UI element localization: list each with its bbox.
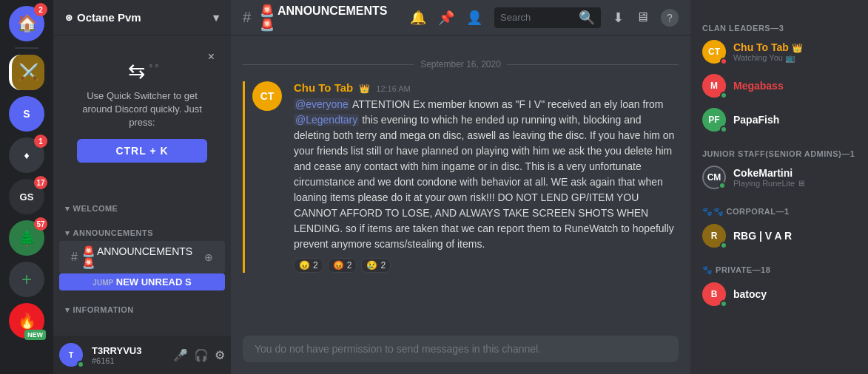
member-item-batocy[interactable]: B batocy bbox=[696, 278, 862, 310]
member-name-megabass: Megabass bbox=[733, 80, 856, 92]
microphone-icon[interactable]: 🎤 bbox=[173, 348, 188, 362]
search-input[interactable] bbox=[500, 12, 574, 23]
message-time: 12:16 AM bbox=[376, 84, 410, 93]
close-icon[interactable]: × bbox=[208, 50, 215, 64]
help-icon[interactable]: ? bbox=[661, 9, 679, 27]
chat-channel-name: 🚨 ANNOUNCEMENTS 🚨 bbox=[260, 4, 401, 32]
server-icon-octane-pvm[interactable]: ⚔️ bbox=[9, 55, 44, 90]
channel-list: ▾ WELCOME ▾ ANNOUNCEMENTS # 🚨 ANNOUNCEME… bbox=[53, 186, 231, 336]
bell-icon[interactable]: 🔔 bbox=[410, 10, 426, 26]
server-icon-2[interactable]: S bbox=[9, 96, 44, 132]
notification-badge: 2 bbox=[34, 3, 47, 16]
search-box[interactable]: 🔍 bbox=[494, 7, 601, 28]
date-divider: September 16, 2020 bbox=[243, 59, 679, 69]
chat-messages: September 16, 2020 CT Chu To Tab 👑 12:16… bbox=[231, 35, 690, 336]
notification-badge-3: 1 bbox=[34, 135, 47, 148]
headphone-icon[interactable]: 🎧 bbox=[194, 348, 209, 362]
user-info: T3RRYVU3 #6161 bbox=[92, 345, 167, 365]
server-icon-gs[interactable]: GS 17 bbox=[9, 179, 44, 214]
member-activity-chutotab: Watching You 📺 bbox=[733, 53, 856, 63]
settings-icon[interactable]: ⚙ bbox=[215, 348, 225, 362]
server-icon-go[interactable]: 🌲 57 bbox=[9, 220, 44, 256]
member-name-papafish: PapaFish bbox=[733, 114, 856, 126]
members-icon[interactable]: 👤 bbox=[466, 10, 482, 26]
category-label: WELCOME bbox=[73, 204, 118, 213]
notification-badge-go: 57 bbox=[34, 217, 47, 231]
chat-main: # 🚨 ANNOUNCEMENTS 🚨 🔔 📌 👤 🔍 ⬇ 🖥 ? Septem… bbox=[231, 0, 690, 374]
message-text: @everyone ATTENTION Ex member known as "… bbox=[294, 97, 679, 252]
crown-icon: 👑 bbox=[359, 84, 370, 94]
reaction-sad[interactable]: 😢2 bbox=[361, 258, 391, 273]
download-icon[interactable]: ⬇ bbox=[613, 10, 624, 26]
chat-input-area: You do not have permission to send messa… bbox=[231, 336, 690, 374]
status-indicator bbox=[720, 242, 727, 249]
server-icon-3[interactable]: ♦️ 1 bbox=[9, 137, 44, 173]
notification-badge-gs: 17 bbox=[34, 176, 47, 189]
member-avatar-megabass: M bbox=[702, 74, 726, 98]
new-unreads-label: NEW UNREAD S bbox=[116, 276, 192, 288]
status-dot-online bbox=[77, 361, 84, 368]
server-header[interactable]: ⊛ Octane Pvm ▾ bbox=[53, 0, 231, 35]
server-icon-new[interactable]: 🔥 NEW bbox=[9, 303, 44, 339]
member-item-cokemartini[interactable]: CM CokeMartini Playing RuneLite 🖥 bbox=[696, 161, 862, 194]
display-icon[interactable]: 🖥 bbox=[636, 10, 649, 25]
member-category-corporal: 🐾🐾 CORPORAL—1 bbox=[696, 195, 862, 220]
member-info-chutotab: Chu To Tab 👑 Watching You 📺 bbox=[733, 41, 856, 63]
no-permission-text: You do not have permission to send messa… bbox=[255, 343, 541, 355]
message-author: Chu To Tab bbox=[294, 81, 353, 94]
chat-input-box: You do not have permission to send messa… bbox=[243, 336, 679, 362]
channel-name: 🚨 ANNOUNCEMENTS 🚨 bbox=[82, 245, 200, 269]
member-category-clan-leaders: CLAN LEADERS—3 bbox=[696, 12, 862, 35]
user-avatar-container: T bbox=[59, 343, 83, 367]
channel-category-information: ▾ INFORMATION bbox=[53, 293, 231, 318]
pin-icon[interactable]: 📌 bbox=[438, 10, 454, 26]
server-divider bbox=[15, 47, 38, 49]
username: T3RRYVU3 bbox=[92, 345, 167, 356]
member-avatar-chutotab: CT bbox=[702, 40, 726, 64]
mention-everyone: @everyone bbox=[294, 98, 350, 110]
member-avatar-cokemartini: CM bbox=[702, 166, 726, 189]
channel-item-announcements[interactable]: # 🚨 ANNOUNCEMENTS 🚨 ⊕ bbox=[59, 241, 225, 273]
quick-switcher-popup: × ⇆ ∘∘ Use Quick Switcher to get around … bbox=[62, 44, 222, 177]
server-name: ⊛ Octane Pvm bbox=[65, 11, 141, 24]
quick-switcher-description: Use Quick Switcher to get around Discord… bbox=[77, 89, 207, 130]
date-text: September 16, 2020 bbox=[420, 59, 501, 69]
category-label: INFORMATION bbox=[73, 305, 134, 314]
status-indicator bbox=[720, 92, 727, 99]
header-icons: 🔔 📌 👤 🔍 ⬇ 🖥 ? bbox=[410, 7, 679, 28]
quick-switcher-shortcut: CTRL + K bbox=[77, 139, 207, 163]
member-item-papafish[interactable]: PF PapaFish bbox=[696, 103, 862, 136]
member-item-chutotab[interactable]: CT Chu To Tab 👑 Watching You 📺 bbox=[696, 35, 862, 68]
member-info-papafish: PapaFish bbox=[733, 114, 856, 126]
message: CT Chu To Tab 👑 12:16 AM @everyone ATTEN… bbox=[243, 81, 679, 273]
member-name-cokemartini: CokeMartini bbox=[733, 167, 856, 179]
server-name-text: Octane Pvm bbox=[77, 11, 141, 24]
user-discriminator: #6161 bbox=[92, 356, 167, 365]
message-avatar: CT bbox=[252, 81, 282, 111]
member-item-rbg[interactable]: R RBG | V A R bbox=[696, 220, 862, 252]
chevron-down-icon: ▾ bbox=[213, 11, 219, 24]
member-category-private: 🐾 PRIVATE—18 bbox=[696, 254, 862, 278]
quick-switcher-icon: ⇆ ∘∘ bbox=[77, 59, 207, 84]
member-avatar-rbg: R bbox=[702, 224, 726, 248]
reaction-angry[interactable]: 😠2 bbox=[294, 258, 323, 273]
user-panel: T T3RRYVU3 #6161 🎤 🎧 ⚙ bbox=[53, 336, 231, 374]
member-info-megabass: Megabass bbox=[733, 80, 856, 92]
mention-legendtary: @Legendtary bbox=[294, 114, 359, 126]
new-unreads-bar[interactable]: JUMP NEW UNREAD S bbox=[59, 273, 225, 290]
channel-category-announcements: ▾ ANNOUNCEMENTS bbox=[53, 217, 231, 241]
member-name-rbg: RBG | V A R bbox=[733, 230, 856, 242]
new-badge: NEW bbox=[24, 330, 46, 340]
message-reactions: 😠2 😡2 😢2 bbox=[294, 258, 679, 273]
member-item-megabass[interactable]: M Megabass bbox=[696, 69, 862, 102]
category-label: ANNOUNCEMENTS bbox=[73, 228, 154, 237]
add-member-icon[interactable]: ⊕ bbox=[204, 251, 213, 263]
server-icon-add[interactable]: + bbox=[9, 262, 44, 297]
channel-sidebar: ⊛ Octane Pvm ▾ × ⇆ ∘∘ Use Quick Switcher… bbox=[53, 0, 231, 374]
reaction-rage[interactable]: 😡2 bbox=[328, 258, 357, 273]
member-activity-cokemartini: Playing RuneLite 🖥 bbox=[733, 179, 856, 188]
server-icon-discord-home[interactable]: 🏠 2 bbox=[9, 6, 44, 41]
member-name-chutotab: Chu To Tab 👑 bbox=[733, 41, 856, 53]
text-segment-2: this evening to which he ended up runnin… bbox=[294, 114, 674, 250]
message-content: Chu To Tab 👑 12:16 AM @everyone ATTENTIO… bbox=[294, 81, 679, 273]
